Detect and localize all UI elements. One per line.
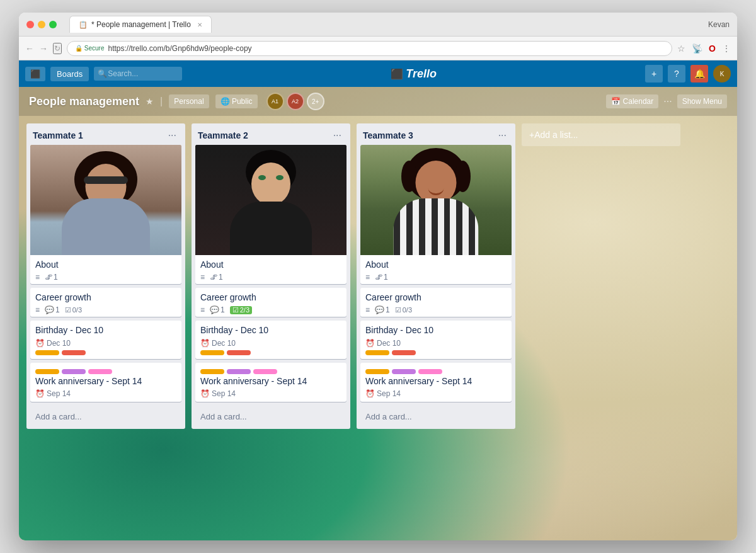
active-tab[interactable]: 📋 * People management | Trello ✕ — [69, 16, 212, 33]
red-label-tm1 — [62, 350, 86, 355]
info-icon: ? — [674, 69, 679, 79]
card-tm1-career[interactable]: Career growth ≡ 💬 1 ☑ 0/3 — [30, 288, 181, 317]
card-labels-tm2-birthday — [200, 350, 341, 355]
checklist-badge-tm3-career: ☑ 0/3 — [395, 306, 412, 314]
red-label-tm2 — [227, 350, 251, 355]
card-meta-tm1-career: ≡ 💬 1 ☑ 0/3 — [35, 305, 176, 314]
card-tm3-anniversary[interactable]: Work anniversary - Sept 14 ⏰ Sep 14 — [360, 363, 512, 402]
date-text-tm3-birthday: Dec 10 — [377, 339, 401, 348]
personal-visibility-button[interactable]: Personal — [169, 94, 209, 108]
add-card-button-tm2[interactable]: Add a card... — [195, 408, 346, 425]
date-text-tm1-ann: Sep 14 — [47, 389, 71, 398]
card-tm1-birthday[interactable]: Birthday - Dec 10 ⏰ Dec 10 — [30, 321, 181, 358]
card-labels-tm1-birthday — [35, 350, 176, 355]
address-bar: ← → ↻ 🔒 Secure https://trello.com/b/Gnp6… — [19, 37, 737, 60]
home-button[interactable]: ⬛ — [25, 67, 45, 81]
card-title-tm1-career: Career growth — [35, 292, 176, 303]
url-bar[interactable]: 🔒 Secure https://trello.com/b/Gnp6hdw9/p… — [67, 41, 672, 56]
notifications-button[interactable]: 🔔 — [690, 65, 708, 83]
calendar-button[interactable]: 📅 Calendar — [606, 94, 659, 108]
list-menu-button-tm3[interactable]: ··· — [496, 128, 509, 142]
list-teammate-2: Teammate 2 ··· — [192, 123, 350, 429]
card-title-tm3-anniversary: Work anniversary - Sept 14 — [365, 375, 507, 387]
list-menu-button-tm2[interactable]: ··· — [331, 128, 344, 142]
refresh-button[interactable]: ↻ — [53, 43, 62, 54]
card-body-tm2-about: About ≡ 🖇 1 — [195, 255, 346, 284]
card-cover-tm1 — [30, 145, 181, 255]
forward-button[interactable]: → — [39, 43, 48, 54]
cast-icon[interactable]: 📡 — [692, 43, 702, 54]
board-star-button[interactable]: ★ — [146, 96, 154, 106]
card-tm2-about[interactable]: About ≡ 🖇 1 — [195, 145, 346, 284]
address-actions: ☆ 📡 O ⋮ — [677, 43, 731, 54]
card-body-tm1-anniversary: Work anniversary - Sept 14 ⏰ Sep 14 — [30, 363, 181, 402]
card-meta-tm2-about: ≡ 🖇 1 — [200, 273, 341, 282]
card-cover-tm2 — [195, 145, 346, 255]
checklist-badge-tm1-career: ☑ 0/3 — [65, 306, 82, 314]
user-avatar-button[interactable]: K — [713, 65, 731, 83]
add-list-button[interactable]: + Add a list... — [522, 123, 680, 146]
minimize-button[interactable] — [38, 21, 45, 28]
card-tm2-anniversary[interactable]: Work anniversary - Sept 14 ⏰ Sep 14 — [195, 363, 346, 402]
search-input[interactable] — [94, 67, 182, 81]
pink-label-tm1-ann — [88, 369, 112, 374]
card-tm2-career[interactable]: Career growth ≡ 💬 1 ☑ 2/3 — [195, 288, 346, 317]
card-meta-tm3-career: ≡ 💬 1 ☑ 0/3 — [365, 305, 507, 314]
card-meta-tm1-about: ≡ 🖇 1 — [35, 273, 176, 282]
purple-label-tm2-ann — [227, 369, 251, 374]
card-body-tm2-career: Career growth ≡ 💬 1 ☑ 2/3 — [195, 288, 346, 317]
card-tm3-career[interactable]: Career growth ≡ 💬 1 ☑ 0/3 — [360, 288, 512, 317]
menu-icon[interactable]: ⋮ — [722, 43, 731, 54]
card-body-tm2-anniversary: Work anniversary - Sept 14 ⏰ Sep 14 — [195, 363, 346, 402]
boards-label: Boards — [57, 69, 83, 79]
search-icon: 🔍 — [98, 69, 107, 78]
list-menu-button-tm1[interactable]: ··· — [166, 128, 179, 142]
attachment-badge-tm3-about: 🖇 1 — [375, 273, 388, 282]
member-avatar-1[interactable]: A1 — [266, 93, 284, 110]
public-visibility-button[interactable]: 🌐 Public — [215, 94, 258, 108]
url-text: https://trello.com/b/Gnp6hdw9/people-cop… — [108, 44, 251, 53]
card-tm1-anniversary[interactable]: Work anniversary - Sept 14 ⏰ Sep 14 — [30, 363, 181, 402]
close-button[interactable] — [26, 21, 34, 28]
board-scroll[interactable]: Teammate 1 ··· — [19, 116, 737, 540]
personal-label: Personal — [174, 97, 203, 106]
board-content: People management ★ | Personal 🌐 Public … — [19, 87, 737, 540]
info-button[interactable]: ? — [668, 65, 685, 83]
add-button[interactable]: + — [645, 65, 663, 83]
appbar-right: + ? 🔔 K — [645, 65, 731, 83]
card-cover-tm3 — [360, 145, 512, 255]
show-menu-ellipsis: ··· — [663, 96, 672, 107]
tab-close-button[interactable]: ✕ — [197, 21, 202, 28]
card-body-tm1-career: Career growth ≡ 💬 1 ☑ 0/3 — [30, 288, 181, 317]
member-avatar-2[interactable]: A2 — [287, 93, 304, 110]
card-tm3-about[interactable]: About ≡ 🖇 1 — [360, 145, 512, 284]
back-button[interactable]: ← — [25, 43, 34, 54]
pink-label-tm3-ann — [418, 369, 442, 374]
opera-icon[interactable]: O — [709, 43, 716, 54]
list-header-tm3: Teammate 3 ··· — [357, 123, 515, 145]
date-badge-tm2-anniversary: ⏰ Sep 14 — [200, 389, 341, 398]
maximize-button[interactable] — [49, 21, 57, 28]
trello-appbar: ⬛ Boards 🔍 ⬛ Trello + ? 🔔 K — [19, 60, 737, 87]
member-avatar-more[interactable]: 2+ — [307, 93, 324, 110]
card-tm1-about[interactable]: About ≡ 🖇 1 — [30, 145, 181, 284]
tab-bar: 📋 * People management | Trello ✕ — [69, 16, 703, 33]
orange-label-tm2-ann — [200, 369, 224, 374]
card-tm2-birthday[interactable]: Birthday - Dec 10 ⏰ Dec 10 — [195, 321, 346, 358]
orange-label-tm3 — [365, 350, 389, 355]
clock-icon-tm3-ann: ⏰ — [365, 389, 375, 398]
show-menu-button[interactable]: Show Menu — [677, 94, 727, 108]
boards-button[interactable]: Boards — [50, 67, 89, 81]
search-wrap: 🔍 — [94, 67, 182, 81]
trello-logo: ⬛ Trello — [187, 67, 640, 81]
board-header-right: 📅 Calendar ··· Show Menu — [606, 94, 727, 108]
board-header: People management ★ | Personal 🌐 Public … — [19, 87, 737, 116]
card-tm3-birthday[interactable]: Birthday - Dec 10 ⏰ Dec 10 — [360, 321, 512, 358]
card-body-tm3-about: About ≡ 🖇 1 — [360, 255, 512, 284]
add-card-button-tm3[interactable]: Add a card... — [360, 408, 512, 425]
bookmark-icon[interactable]: ☆ — [677, 43, 685, 54]
card-meta-tm3-about: ≡ 🖇 1 — [365, 273, 507, 282]
clock-icon-tm1-birthday: ⏰ — [35, 339, 45, 348]
add-card-button-tm1[interactable]: Add a card... — [30, 408, 181, 425]
plus-icon: + — [651, 69, 656, 79]
